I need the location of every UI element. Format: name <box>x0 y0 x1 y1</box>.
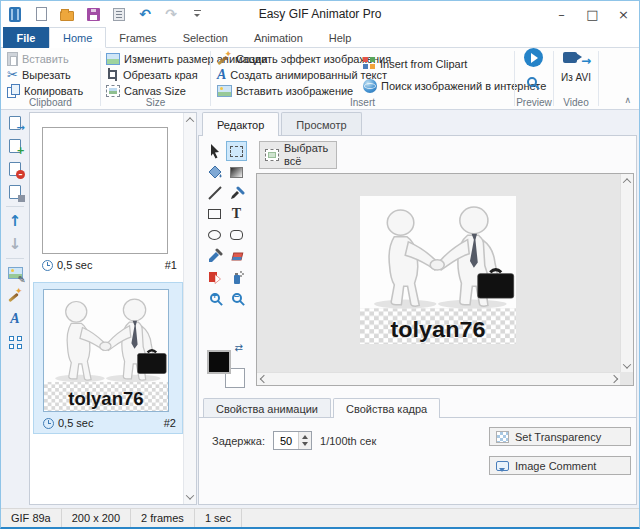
tab-frames[interactable]: Frames <box>106 27 169 48</box>
insert-from-clipart-button[interactable]: Insert from Clipart <box>363 56 467 71</box>
image-comment-button[interactable]: Image Comment <box>489 456 631 475</box>
scissors-icon: ✂ <box>7 67 18 82</box>
tool-rectangle[interactable] <box>204 204 225 224</box>
scroll-up-arrow[interactable] <box>184 113 196 127</box>
from-avi-button[interactable]: → <box>563 50 589 65</box>
tool-zoom-out[interactable]: – <box>226 288 247 308</box>
tool-gradient[interactable] <box>226 162 247 182</box>
tool-spray[interactable] <box>226 267 247 287</box>
scroll-right-arrow[interactable] <box>607 373 620 385</box>
ribbon-group-size: Изменить размер анимации Обрезать края C… <box>101 48 210 109</box>
tab-home[interactable]: Home <box>49 27 106 48</box>
tool-select-arrow[interactable] <box>204 141 225 161</box>
canvas-size-button[interactable]: Canvas Size <box>106 83 186 98</box>
magic-wand-icon: ✦ <box>8 289 23 303</box>
globe-icon <box>363 79 377 93</box>
group-label-preview: Preview <box>515 97 553 108</box>
spinner-up-button[interactable] <box>299 432 311 441</box>
frames-scrollbar[interactable] <box>183 113 196 504</box>
editor-canvas[interactable] <box>256 173 634 386</box>
tab-help[interactable]: Help <box>316 27 365 48</box>
clock-icon <box>43 418 54 429</box>
insert-image-button[interactable]: Вставить изображение <box>217 83 353 98</box>
clock-icon <box>42 260 53 271</box>
set-transparency-button[interactable]: Set Transparency <box>489 427 631 446</box>
copy-button[interactable]: Копировать <box>7 83 83 98</box>
spinner-down-button[interactable] <box>299 441 311 450</box>
tab-file[interactable]: File <box>3 27 49 48</box>
frame-effect-button[interactable]: ✦ <box>4 286 26 306</box>
crop-button[interactable]: Обрезать края <box>106 67 198 82</box>
rectangle-icon <box>208 209 221 219</box>
canvas-image[interactable] <box>360 196 516 344</box>
frame-item-1[interactable]: 0,5 sec #1 <box>33 121 183 275</box>
paste-icon <box>7 52 18 66</box>
minimize-button[interactable]: – <box>546 1 577 27</box>
delete-frame-button[interactable]: – <box>4 159 26 179</box>
frame-text-button[interactable]: A <box>4 309 26 329</box>
transparency-checker-icon <box>496 431 509 443</box>
ribbon-tab-bar: File Home Frames Selection Animation Hel… <box>1 27 639 48</box>
tool-eyedropper[interactable] <box>204 246 225 266</box>
group-label-video: Video <box>554 97 598 108</box>
tool-text[interactable]: T <box>226 204 247 224</box>
group-label-clipboard: Clipboard <box>1 97 100 108</box>
canvas-horizontal-scrollbar[interactable] <box>257 372 620 385</box>
edit-frame-button[interactable]: ✎ <box>4 263 26 283</box>
frame-2-thumbnail[interactable] <box>43 289 169 412</box>
scroll-left-arrow[interactable] <box>257 373 270 385</box>
tab-preview[interactable]: Просмотр <box>281 112 361 136</box>
preview-play-button[interactable] <box>524 50 543 65</box>
divider <box>6 258 24 259</box>
tab-frame-properties[interactable]: Свойства кадра <box>333 398 440 418</box>
create-animated-text-button[interactable]: AСоздать анимированный текст <box>217 67 387 82</box>
preview-zoom-button[interactable] <box>527 74 537 89</box>
foreground-color-swatch[interactable] <box>207 350 231 374</box>
tool-line[interactable] <box>204 183 225 203</box>
ribbon: Вставить ✂Вырезать Копировать Clipboard … <box>1 48 639 110</box>
swap-colors-icon[interactable]: ⇄ <box>235 342 243 353</box>
tool-eraser[interactable] <box>226 246 247 266</box>
tool-marquee-select[interactable] <box>226 141 247 161</box>
scroll-down-arrow[interactable] <box>621 359 633 372</box>
manage-frames-button[interactable] <box>4 332 26 352</box>
scroll-up-arrow[interactable] <box>621 174 633 187</box>
arrow-right-icon: → <box>17 123 25 133</box>
eyedropper-icon <box>207 248 223 264</box>
ribbon-group-clipboard: Вставить ✂Вырезать Копировать Clipboard <box>1 48 100 109</box>
ribbon-group-preview: Preview <box>515 48 553 109</box>
color-selector[interactable]: ⇄ <box>207 344 245 388</box>
clipart-grid-icon <box>363 57 376 70</box>
scroll-down-arrow[interactable] <box>184 490 196 504</box>
tool-fill[interactable] <box>204 162 225 182</box>
move-frame-up-button[interactable]: ↑ <box>4 211 26 231</box>
status-format: GIF 89a <box>1 509 62 527</box>
tool-rounded-rect[interactable] <box>226 225 247 245</box>
frame-1-thumbnail[interactable] <box>42 127 168 254</box>
tool-ellipse[interactable] <box>204 225 225 245</box>
delay-spinner[interactable] <box>273 431 312 450</box>
ribbon-collapse-button[interactable]: ∧ <box>624 95 631 105</box>
delay-label: Задержка: <box>212 435 265 447</box>
tool-zoom-in[interactable]: + <box>204 288 225 308</box>
tab-editor[interactable]: Редактор <box>202 112 279 136</box>
add-frame-button[interactable]: + <box>4 136 26 156</box>
tab-animation[interactable]: Animation <box>241 27 316 48</box>
select-all-button[interactable]: Выбрать всё <box>259 141 337 169</box>
copy-icon <box>7 84 20 98</box>
canvas-vertical-scrollbar[interactable] <box>620 174 633 372</box>
comment-bubble-icon <box>496 461 509 471</box>
tool-color-replace[interactable] <box>204 267 225 287</box>
cut-button[interactable]: ✂Вырезать <box>7 67 71 82</box>
tab-animation-properties[interactable]: Свойства анимации <box>203 398 331 418</box>
tab-selection[interactable]: Selection <box>170 27 241 48</box>
move-frame-down-button: ↓ <box>4 234 26 254</box>
maximize-button[interactable]: □ <box>577 1 608 27</box>
delay-input[interactable] <box>274 432 298 449</box>
status-frame-count: 2 frames <box>131 509 195 527</box>
duplicate-frame-button[interactable] <box>4 182 26 202</box>
close-button[interactable]: × <box>608 1 639 27</box>
frame-item-2[interactable]: 0,5 sec #2 <box>33 282 183 434</box>
tool-brush[interactable] <box>226 183 247 203</box>
extract-frame-button[interactable]: → <box>4 113 26 133</box>
